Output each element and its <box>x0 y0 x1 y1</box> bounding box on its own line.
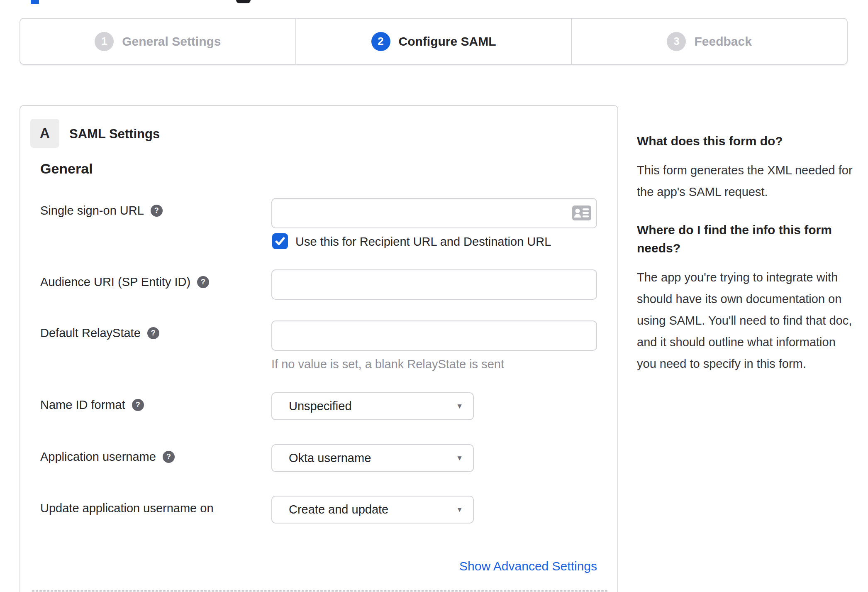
step-configure-saml[interactable]: 2 Configure SAML <box>295 19 571 64</box>
help-sidebar: What does this form do? This form genera… <box>637 132 853 374</box>
checkmark-icon <box>275 236 285 247</box>
step-number-badge: 2 <box>371 32 390 51</box>
wizard-stepper: 1 General Settings 2 Configure SAML 3 Fe… <box>20 18 848 65</box>
update-username-label-text: Update application username on <box>40 501 214 515</box>
name-id-format-select[interactable]: Unspecified ▼ <box>271 392 474 420</box>
default-relaystate-input[interactable] <box>271 320 597 351</box>
step-label: Feedback <box>694 34 751 49</box>
application-username-label-text: Application username <box>40 450 156 464</box>
step-label: General Settings <box>122 34 221 49</box>
contact-card-icon[interactable] <box>572 205 591 220</box>
sidebar-body-where: The app you're trying to integrate with … <box>637 267 853 374</box>
chevron-down-icon: ▼ <box>456 402 463 411</box>
help-icon[interactable]: ? <box>147 327 159 339</box>
step-number-badge: 1 <box>95 32 114 51</box>
name-id-format-label: Name ID format ? <box>40 398 144 412</box>
recipient-url-checkbox[interactable] <box>272 233 288 249</box>
show-advanced-settings-link[interactable]: Show Advanced Settings <box>271 559 597 573</box>
default-relaystate-label: Default RelayState ? <box>40 326 159 340</box>
step-label: Configure SAML <box>399 34 496 49</box>
update-username-label: Update application username on <box>40 501 214 515</box>
general-section-heading: General <box>40 161 93 177</box>
help-icon[interactable]: ? <box>132 399 144 411</box>
application-username-label: Application username ? <box>40 450 175 464</box>
panel-title: SAML Settings <box>69 127 160 142</box>
clipped-dark-element <box>236 0 251 3</box>
application-username-value: Okta username <box>289 451 371 465</box>
recipient-url-checkbox-label[interactable]: Use this for Recipient URL and Destinati… <box>295 235 551 249</box>
audience-uri-label-text: Audience URI (SP Entity ID) <box>40 275 190 289</box>
chevron-down-icon: ▼ <box>456 454 463 462</box>
update-username-select[interactable]: Create and update ▼ <box>271 496 474 524</box>
step-feedback[interactable]: 3 Feedback <box>571 19 847 64</box>
step-general-settings[interactable]: 1 General Settings <box>20 19 295 64</box>
audience-uri-input[interactable] <box>271 269 597 300</box>
help-icon[interactable]: ? <box>151 205 163 217</box>
dashed-divider <box>32 590 607 592</box>
sso-url-label-text: Single sign-on URL <box>40 204 144 218</box>
sidebar-heading-where: Where do I find the info this form needs… <box>637 221 853 257</box>
audience-uri-label: Audience URI (SP Entity ID) ? <box>40 275 209 289</box>
relaystate-hint: If no value is set, a blank RelayState i… <box>271 357 504 371</box>
sidebar-heading-what: What does this form do? <box>637 132 853 150</box>
saml-settings-panel: A SAML Settings General Single sign-on U… <box>20 105 618 592</box>
sso-url-input[interactable] <box>271 198 597 228</box>
clipped-blue-element <box>31 0 39 4</box>
chevron-down-icon: ▼ <box>456 506 463 514</box>
name-id-format-value: Unspecified <box>289 399 352 413</box>
step-number-badge: 3 <box>667 32 686 51</box>
default-relaystate-label-text: Default RelayState <box>40 326 141 340</box>
name-id-format-label-text: Name ID format <box>40 398 125 412</box>
section-a-badge: A <box>30 119 59 148</box>
application-username-select[interactable]: Okta username ▼ <box>271 444 474 472</box>
sso-url-label: Single sign-on URL ? <box>40 204 163 218</box>
help-icon[interactable]: ? <box>197 276 209 288</box>
update-username-value: Create and update <box>289 503 388 516</box>
help-icon[interactable]: ? <box>163 451 175 463</box>
sidebar-body-what: This form generates the XML needed for t… <box>637 159 853 203</box>
